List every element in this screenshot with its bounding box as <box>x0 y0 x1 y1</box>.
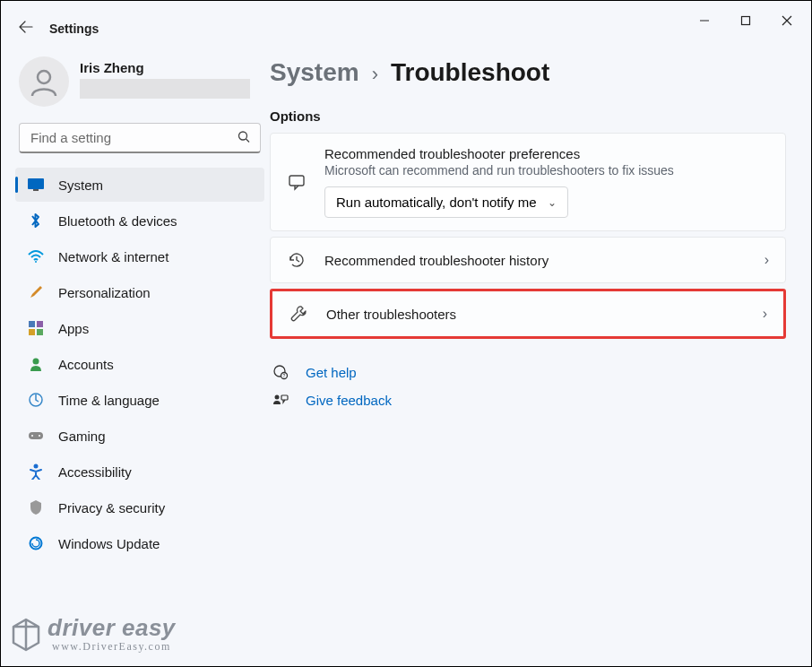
maximize-button[interactable] <box>725 6 766 35</box>
gamepad-icon <box>28 428 44 444</box>
svg-point-12 <box>33 359 39 365</box>
svg-point-17 <box>34 464 39 469</box>
chevron-right-icon: › <box>764 252 769 268</box>
nav-item-apps[interactable]: Apps <box>15 311 264 345</box>
nav-label: Bluetooth & devices <box>58 213 177 229</box>
card-title: Recommended troubleshooter preferences <box>324 146 769 161</box>
profile-block[interactable]: Iris Zheng <box>19 56 264 107</box>
title-bar: Settings <box>1 1 811 40</box>
search-input[interactable] <box>19 123 261 153</box>
nav-item-personalization[interactable]: Personalization <box>15 275 264 309</box>
nav-item-system[interactable]: System <box>15 168 264 202</box>
svg-point-3 <box>239 132 247 140</box>
sidebar: Iris Zheng System Bluetooth & devices Ne… <box>1 40 270 666</box>
nav-label: Personalization <box>58 285 151 300</box>
nav-list: System Bluetooth & devices Network & int… <box>15 168 264 560</box>
wifi-icon <box>28 248 44 264</box>
close-button[interactable] <box>766 6 808 35</box>
system-icon <box>28 177 44 193</box>
card-title: Recommended troubleshooter history <box>324 253 747 268</box>
chat-icon <box>287 172 307 192</box>
update-icon <box>28 535 44 551</box>
person-icon <box>28 356 44 372</box>
search-icon <box>238 131 250 146</box>
dropdown-value: Run automatically, don't notify me <box>336 195 537 210</box>
nav-label: Apps <box>58 321 89 336</box>
breadcrumb-current: Troubleshoot <box>391 58 549 87</box>
section-title: Options <box>270 108 786 124</box>
svg-rect-8 <box>29 321 35 327</box>
breadcrumb: System › Troubleshoot <box>270 58 786 87</box>
watermark-text: driver easy <box>48 614 176 642</box>
svg-point-16 <box>39 435 40 437</box>
card-history[interactable]: Recommended troubleshooter history › <box>270 237 786 283</box>
give-feedback-link[interactable]: Give feedback <box>272 393 786 408</box>
watermark-url: www.DriverEasy.com <box>48 640 176 654</box>
search-box[interactable] <box>19 123 261 153</box>
wrench-icon <box>289 304 308 324</box>
bluetooth-icon <box>28 212 44 229</box>
help-icon: ? <box>272 364 289 380</box>
chevron-down-icon: ⌄ <box>548 196 557 209</box>
nav-label: Privacy & security <box>58 500 165 515</box>
svg-point-23 <box>275 394 280 399</box>
svg-text:?: ? <box>283 373 286 378</box>
svg-rect-5 <box>28 178 44 189</box>
nav-label: Network & internet <box>58 249 168 264</box>
back-button[interactable] <box>19 21 33 37</box>
card-other-troubleshooters[interactable]: Other troubleshooters › <box>270 289 786 339</box>
chevron-right-icon: › <box>372 63 378 86</box>
nav-label: System <box>58 178 103 193</box>
prefs-dropdown[interactable]: Run automatically, don't notify me ⌄ <box>324 186 568 218</box>
nav-label: Accessibility <box>58 464 132 480</box>
svg-rect-24 <box>281 395 288 400</box>
svg-rect-1 <box>742 17 750 25</box>
profile-email-redacted <box>80 79 250 99</box>
svg-point-2 <box>38 71 50 83</box>
window-controls <box>684 6 808 35</box>
watermark: driver easy www.DriverEasy.com <box>48 614 176 654</box>
card-subtitle: Microsoft can recommend and run troubles… <box>324 163 769 178</box>
get-help-link[interactable]: ? Get help <box>272 364 786 380</box>
feedback-icon <box>272 394 289 408</box>
footer-links: ? Get help Give feedback <box>270 364 786 408</box>
apps-icon <box>28 320 44 336</box>
nav-item-time[interactable]: Time & language <box>15 383 264 417</box>
svg-rect-9 <box>37 321 43 327</box>
main-content: System › Troubleshoot Options Recommende… <box>270 40 811 666</box>
link-text: Give feedback <box>306 393 392 408</box>
brush-icon <box>28 284 44 300</box>
accessibility-icon <box>28 463 44 480</box>
clock-globe-icon <box>28 392 44 408</box>
card-prefs: Recommended troubleshooter preferences M… <box>270 133 786 231</box>
nav-item-network[interactable]: Network & internet <box>15 239 264 273</box>
history-icon <box>287 250 307 270</box>
svg-rect-10 <box>29 329 35 335</box>
nav-item-accessibility[interactable]: Accessibility <box>15 455 264 489</box>
svg-point-7 <box>35 261 37 263</box>
svg-point-15 <box>31 435 33 437</box>
nav-item-update[interactable]: Windows Update <box>15 526 264 560</box>
nav-label: Gaming <box>58 429 106 444</box>
shield-icon <box>28 499 44 515</box>
svg-rect-11 <box>37 329 43 335</box>
nav-label: Accounts <box>58 357 114 372</box>
nav-item-bluetooth[interactable]: Bluetooth & devices <box>15 204 264 238</box>
nav-label: Windows Update <box>58 536 160 551</box>
svg-rect-19 <box>289 176 304 186</box>
avatar <box>19 56 69 107</box>
svg-rect-14 <box>29 432 43 439</box>
nav-item-gaming[interactable]: Gaming <box>15 419 264 453</box>
app-title: Settings <box>49 22 99 36</box>
nav-label: Time & language <box>58 393 160 408</box>
minimize-button[interactable] <box>684 6 725 35</box>
breadcrumb-parent[interactable]: System <box>270 58 359 87</box>
svg-rect-6 <box>33 189 39 191</box>
link-text: Get help <box>306 365 357 380</box>
nav-item-accounts[interactable]: Accounts <box>15 347 264 381</box>
card-title: Other troubleshooters <box>326 307 745 322</box>
svg-line-4 <box>246 139 250 143</box>
nav-item-privacy[interactable]: Privacy & security <box>15 490 264 524</box>
chevron-right-icon: › <box>763 306 767 322</box>
profile-name: Iris Zheng <box>80 60 250 75</box>
